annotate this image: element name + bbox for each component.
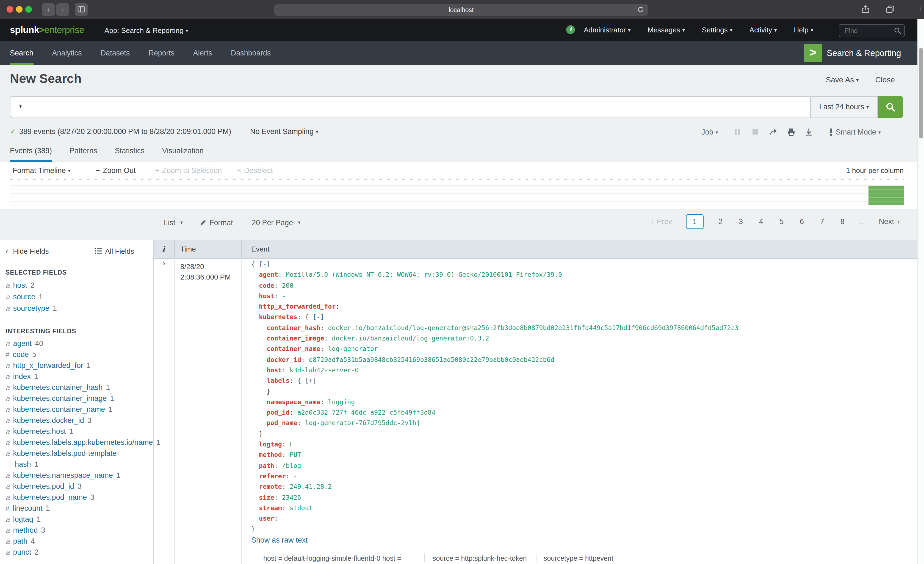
page-number-button[interactable]: 1 xyxy=(686,214,703,229)
sourcetype-field-value[interactable]: sourcetype = httpevent xyxy=(544,554,614,562)
export-button[interactable] xyxy=(804,127,814,137)
minimize-window-button[interactable] xyxy=(16,6,22,13)
app-badge[interactable]: > Search & Reporting xyxy=(804,44,901,62)
per-page-menu[interactable]: 20 Per Page xyxy=(252,218,300,227)
field-link[interactable]: kubernetes.pod_name xyxy=(13,493,87,501)
timeline-bar[interactable] xyxy=(868,186,904,205)
json-collapse-toggle[interactable]: [-] xyxy=(312,313,324,321)
search-mode-menu[interactable]: Smart Mode xyxy=(836,128,881,136)
field-link[interactable]: sourcetype xyxy=(13,304,50,313)
field-link[interactable]: kubernetes.pod_id xyxy=(13,482,74,491)
save-as-button[interactable]: Save As xyxy=(826,75,859,84)
scrollbar-track[interactable] xyxy=(917,19,924,564)
nav-tab[interactable]: Dashboards xyxy=(231,40,271,65)
job-menu[interactable]: Job xyxy=(701,128,718,136)
header-menu-item[interactable]: Administrator xyxy=(584,26,630,34)
share-page-button[interactable] xyxy=(859,3,872,16)
field-link[interactable]: kubernetes.namespace_name xyxy=(13,471,113,479)
event-sampling-menu[interactable]: No Event Sampling xyxy=(250,126,318,138)
nav-tab[interactable]: Search xyxy=(10,40,33,65)
format-results-button[interactable]: Format xyxy=(199,218,233,227)
field-link[interactable]: path xyxy=(13,537,28,545)
maximize-window-button[interactable] xyxy=(25,6,32,13)
time-range-picker[interactable]: Last 24 hours xyxy=(810,96,878,118)
results-tab[interactable]: Events (389) xyxy=(10,142,52,162)
show-raw-text-link[interactable]: Show as raw text xyxy=(251,536,308,544)
field-link[interactable]: http_x_forwarded_for xyxy=(13,361,83,370)
header-menu-item[interactable]: Activity xyxy=(750,26,777,34)
page-number-button[interactable]: 5 xyxy=(778,217,784,226)
field-link[interactable]: kubernetes.labels.pod-template-hash xyxy=(13,449,119,468)
reload-icon[interactable] xyxy=(637,6,644,13)
zoom-to-selection-button[interactable]: Zoom to Selection xyxy=(155,166,222,176)
stop-job-button[interactable] xyxy=(751,127,760,137)
host-field-value[interactable]: host = default-logging-simple-fluentd-0 … xyxy=(263,554,401,562)
scrollbar-thumb[interactable] xyxy=(919,48,923,138)
search-input-box[interactable] xyxy=(10,96,810,118)
field-link[interactable]: kubernetes.docker_id xyxy=(13,416,84,425)
source-field-value[interactable]: source = http:splunk-hec-token xyxy=(433,554,527,562)
nav-tab[interactable]: Datasets xyxy=(100,40,130,65)
field-link[interactable]: index xyxy=(13,373,31,381)
page-number-button[interactable]: 7 xyxy=(819,217,825,226)
search-query-input[interactable] xyxy=(17,99,805,117)
header-menu-item[interactable]: Settings xyxy=(702,26,732,34)
browser-forward-button[interactable]: › xyxy=(56,3,69,16)
field-link[interactable]: kubernetes.labels.app.kubernetes.io/name xyxy=(13,438,153,446)
all-fields-link[interactable]: All Fields xyxy=(95,247,134,255)
share-job-button[interactable] xyxy=(769,127,778,137)
find-input[interactable] xyxy=(844,25,892,36)
find-box[interactable] xyxy=(839,24,905,37)
field-link[interactable]: kubernetes.container_name xyxy=(13,405,105,413)
print-button[interactable] xyxy=(786,127,796,137)
json-collapse-toggle[interactable]: [-] xyxy=(259,260,270,268)
results-tab[interactable]: Visualization xyxy=(162,142,204,162)
expand-event-chevron-icon[interactable]: › xyxy=(163,258,165,268)
page-number-button[interactable]: 2 xyxy=(717,217,724,226)
field-link[interactable]: source xyxy=(13,293,36,301)
field-link[interactable]: method xyxy=(13,526,38,534)
header-menu-item[interactable]: Help xyxy=(794,26,813,34)
field-link[interactable]: punct xyxy=(13,548,32,556)
field-link[interactable]: host xyxy=(13,281,27,289)
deselect-button[interactable]: Deselect xyxy=(237,166,273,176)
field-link[interactable]: code xyxy=(13,350,29,359)
page-number-button[interactable]: 6 xyxy=(798,217,805,226)
hide-fields-link[interactable]: Hide Fields xyxy=(6,247,49,255)
nav-tab[interactable]: Reports xyxy=(148,40,174,65)
page-number-button[interactable]: 3 xyxy=(737,217,744,226)
close-window-button[interactable] xyxy=(7,6,13,13)
nav-tab[interactable]: Analytics xyxy=(52,40,82,65)
field-link[interactable]: kubernetes.container_image xyxy=(13,394,107,402)
address-bar[interactable]: localhost xyxy=(274,4,648,16)
page-number-button[interactable]: 8 xyxy=(839,217,846,226)
results-tab[interactable]: Patterns xyxy=(69,142,97,162)
tab-overview-button[interactable] xyxy=(884,3,897,16)
info-icon[interactable]: i xyxy=(566,25,575,34)
app-menu[interactable]: App: Search & Reporting xyxy=(105,26,188,34)
header-menu-item[interactable]: Messages xyxy=(648,26,685,34)
results-tab[interactable]: Statistics xyxy=(115,142,145,162)
format-timeline-menu[interactable]: Format Timeline xyxy=(13,166,70,176)
pause-job-button[interactable] xyxy=(732,127,742,137)
page-number-button[interactable]: 4 xyxy=(758,217,764,226)
field-count: 1 xyxy=(69,427,74,435)
search-button[interactable] xyxy=(878,96,903,118)
new-tab-button[interactable]: + xyxy=(918,4,922,13)
field-link[interactable]: agent xyxy=(13,340,32,348)
field-link[interactable]: linecount xyxy=(13,504,42,512)
field-link[interactable]: kubernetes.container_hash xyxy=(13,383,103,392)
list-view-menu[interactable]: List xyxy=(164,218,183,227)
field-link[interactable]: kubernetes.host xyxy=(13,427,66,435)
sidebar-toggle-button[interactable] xyxy=(75,3,88,16)
next-page-button[interactable]: Next xyxy=(879,217,900,226)
browser-back-button[interactable]: ‹ xyxy=(42,3,55,16)
close-button[interactable]: Close xyxy=(875,75,895,84)
splunk-logo[interactable]: splunk>enterprise xyxy=(10,25,84,36)
field-link[interactable]: logtag xyxy=(13,515,33,524)
zoom-out-button[interactable]: Zoom Out xyxy=(96,166,136,176)
field-count: 4 xyxy=(31,537,35,545)
nav-tab[interactable]: Alerts xyxy=(193,40,212,65)
json-collapse-toggle[interactable]: [+] xyxy=(305,377,316,385)
prev-page-button[interactable]: Prev xyxy=(651,217,672,226)
